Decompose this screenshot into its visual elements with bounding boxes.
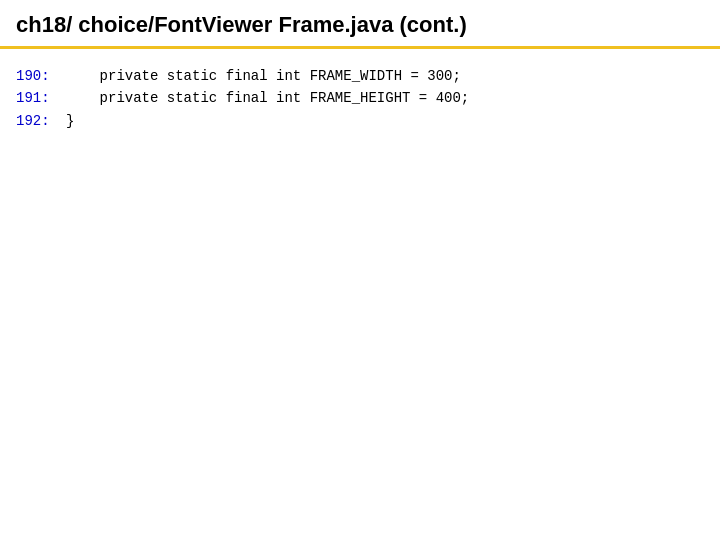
code-line-190: 190: private static final int FRAME_WIDT… xyxy=(16,65,704,87)
code-line-191: 191: private static final int FRAME_HEIG… xyxy=(16,87,704,109)
code-line-192: 192: } xyxy=(16,110,704,132)
line-number-192: 192: xyxy=(16,110,66,132)
code-text-191: private static final int FRAME_HEIGHT = … xyxy=(66,87,469,109)
code-block: 190: private static final int FRAME_WIDT… xyxy=(16,65,704,132)
page-header: ch18/ choice/FontViewer Frame.java (cont… xyxy=(0,0,720,49)
code-text-190: private static final int FRAME_WIDTH = 3… xyxy=(66,65,461,87)
page-title: ch18/ choice/FontViewer Frame.java (cont… xyxy=(16,12,704,38)
line-number-190: 190: xyxy=(16,65,66,87)
code-content: 190: private static final int FRAME_WIDT… xyxy=(0,49,720,148)
line-number-191: 191: xyxy=(16,87,66,109)
code-text-192: } xyxy=(66,110,74,132)
